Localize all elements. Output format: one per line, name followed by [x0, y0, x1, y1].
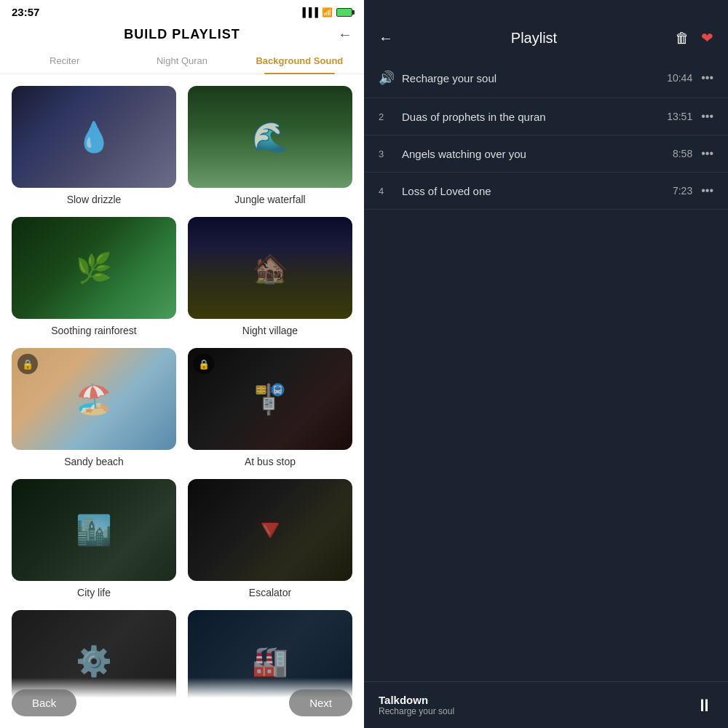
- night-village-image: [188, 217, 352, 319]
- grid-item-night-village[interactable]: Night village: [188, 217, 352, 336]
- grid-item-slow-drizzle[interactable]: Slow drizzle: [12, 86, 176, 205]
- sound-grid: Slow drizzle Jungle waterfall Soothing r…: [0, 74, 364, 728]
- header: BUILD PLAYLIST ←: [0, 21, 364, 48]
- item-more-4[interactable]: •••: [701, 184, 713, 197]
- playlist-back-icon[interactable]: ←: [379, 30, 393, 47]
- grid-item-sandy-beach[interactable]: 🔒 Sandy beach: [12, 348, 176, 467]
- playlist-header: ← Playlist 🗑 ❤: [364, 0, 728, 58]
- playlist-item-1[interactable]: 🔊 Recharge your soul 10:44 •••: [364, 58, 728, 98]
- playlist-item-4[interactable]: 4 Loss of Loved one 7:23 •••: [364, 173, 728, 210]
- playlist-action-icons: 🗑 ❤: [675, 29, 713, 47]
- tab-background-sound[interactable]: Background Sound: [241, 48, 358, 74]
- jungle-waterfall-image: [188, 86, 352, 188]
- item-title-2: Duas of prophets in the quran: [402, 111, 667, 123]
- now-playing-bar: Talkdown Recharge your soul ⏸: [364, 681, 728, 728]
- item-duration-3: 8:58: [673, 148, 692, 159]
- item-title-3: Angels watching over you: [402, 148, 673, 160]
- right-panel: ← Playlist 🗑 ❤ 🔊 Recharge your soul 10:4…: [364, 0, 728, 728]
- escalator-image: [188, 479, 352, 581]
- battery-icon: [336, 8, 352, 17]
- jungle-waterfall-label: Jungle waterfall: [234, 194, 305, 205]
- status-time: 23:57: [12, 6, 39, 18]
- status-bar: 23:57 ▐▐▐ 📶: [0, 0, 364, 21]
- slow-drizzle-image: [12, 86, 176, 188]
- bottom-buttons: Back Next: [0, 678, 364, 728]
- now-playing-subtitle: Recharge your soul: [379, 706, 454, 716]
- status-icons: ▐▐▐ 📶: [299, 7, 352, 17]
- slow-drizzle-label: Slow drizzle: [67, 194, 122, 205]
- playlist-items: 🔊 Recharge your soul 10:44 ••• 2 Duas of…: [364, 58, 728, 681]
- playlist-item-3[interactable]: 3 Angels watching over you 8:58 •••: [364, 135, 728, 173]
- back-arrow-icon[interactable]: ←: [338, 26, 352, 43]
- playlist-item-2[interactable]: 2 Duas of prophets in the quran 13:51 ••…: [364, 98, 728, 135]
- grid-item-soothing-rainforest[interactable]: Soothing rainforest: [12, 217, 176, 336]
- favorite-icon[interactable]: ❤: [701, 29, 713, 47]
- lock-icon: 🔒: [17, 354, 38, 374]
- grid-item-jungle-waterfall[interactable]: Jungle waterfall: [188, 86, 352, 205]
- item-num-3: 3: [379, 149, 396, 159]
- tabs: Reciter Night Quran Background Sound: [0, 48, 364, 74]
- back-button[interactable]: Back: [12, 689, 76, 716]
- playlist-title: Playlist: [511, 30, 557, 47]
- signal-icon: ▐▐▐: [299, 7, 318, 17]
- item-duration-4: 7:23: [673, 185, 692, 197]
- now-playing-title: Talkdown: [379, 694, 454, 706]
- soothing-rainforest-image: [12, 217, 176, 319]
- page-title: BUILD PLAYLIST: [124, 27, 240, 42]
- item-more-3[interactable]: •••: [701, 147, 713, 160]
- sandy-beach-image: 🔒: [12, 348, 176, 450]
- item-duration-2: 13:51: [667, 111, 692, 122]
- pause-button[interactable]: ⏸: [696, 695, 713, 716]
- escalator-label: Escalator: [249, 587, 291, 598]
- bus-stop-image: 🔒: [188, 348, 352, 450]
- lock-icon: 🔒: [194, 354, 214, 374]
- sandy-beach-label: Sandy beach: [64, 456, 124, 467]
- tab-reciter[interactable]: Reciter: [6, 48, 123, 74]
- item-title-1: Recharge your soul: [402, 72, 667, 84]
- now-playing-info: Talkdown Recharge your soul: [379, 694, 454, 716]
- bus-stop-label: At bus stop: [245, 456, 296, 467]
- grid-item-escalator[interactable]: Escalator: [188, 479, 352, 598]
- grid-item-bus-stop[interactable]: 🔒 At bus stop: [188, 348, 352, 467]
- city-life-label: City life: [77, 587, 111, 598]
- item-num-4: 4: [379, 186, 396, 197]
- delete-icon[interactable]: 🗑: [675, 30, 689, 47]
- item-more-2[interactable]: •••: [701, 110, 713, 123]
- item-more-1[interactable]: •••: [701, 71, 713, 84]
- night-village-label: Night village: [242, 325, 298, 336]
- item-title-4: Loss of Loved one: [402, 185, 673, 197]
- now-playing-icon: 🔊: [379, 70, 396, 86]
- item-duration-1: 10:44: [667, 72, 692, 84]
- grid-item-city-life[interactable]: City life: [12, 479, 176, 598]
- tab-night-quran[interactable]: Night Quran: [123, 48, 240, 74]
- left-panel: 23:57 ▐▐▐ 📶 BUILD PLAYLIST ← Reciter Nig…: [0, 0, 364, 728]
- wifi-icon: 📶: [322, 7, 333, 17]
- next-button[interactable]: Next: [289, 689, 352, 716]
- city-life-image: [12, 479, 176, 581]
- item-num-2: 2: [379, 111, 396, 122]
- soothing-rainforest-label: Soothing rainforest: [51, 325, 137, 336]
